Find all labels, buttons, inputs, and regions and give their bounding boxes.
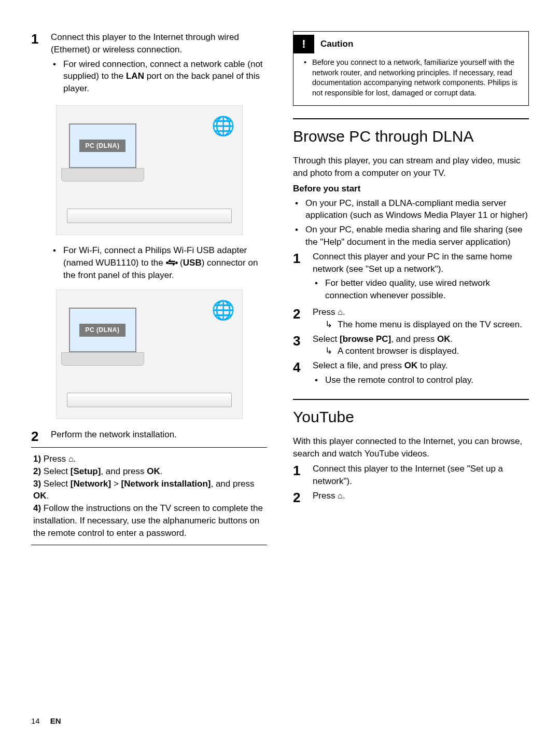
- caution-box: ! Caution Before you connect to a networ…: [293, 31, 529, 106]
- home-icon: ⌂: [338, 307, 343, 316]
- ok-label: OK: [437, 334, 451, 344]
- pc-dlna-label: PC (DLNA): [79, 140, 126, 153]
- caution-icon: !: [293, 35, 314, 53]
- wireless-connection-diagram: 🌐 PC (DLNA): [56, 289, 243, 419]
- substeps: 1) Press ⌂. 2) Select [Setup], and press…: [31, 453, 267, 540]
- menu-label: [Setup]: [71, 466, 101, 476]
- ok-label: OK: [147, 466, 160, 476]
- player-illustration: [67, 393, 232, 407]
- wifi-bullet-block: For Wi-Fi, connect a Philips Wi-Fi USB a…: [31, 244, 267, 281]
- before-you-start-list: On your PC, install a DLNA-compliant med…: [293, 197, 529, 248]
- substep-4: 4) Follow the instructions on the TV scr…: [33, 502, 267, 539]
- text: (: [177, 258, 183, 268]
- text: Press: [313, 307, 338, 317]
- text: >: [111, 479, 121, 489]
- step-number: 2: [293, 490, 313, 505]
- result-arrow-icon: ↳: [325, 319, 338, 331]
- ok-label: OK: [404, 361, 418, 370]
- divider: [31, 545, 267, 545]
- wired-connection-diagram: 🌐 PC (DLNA): [56, 105, 243, 235]
- dlna-step-2: 2 Press ⌂. ↳ The home menu is displayed …: [293, 306, 529, 331]
- youtube-intro: With this player connected to the Intern…: [293, 435, 529, 460]
- dlna-step-4: 4 Select a file, and press OK to play. U…: [293, 359, 529, 389]
- youtube-step-1: 1 Connect this player to the Internet (s…: [293, 463, 529, 488]
- caution-text: Before you connect to a network, familia…: [312, 58, 522, 98]
- usb-icon: •⇋•: [165, 258, 177, 268]
- youtube-step-2: 2 Press ⌂.: [293, 490, 529, 505]
- text: .: [160, 466, 163, 476]
- step-number: 1: [293, 463, 313, 488]
- left-step-1: 1 Connect this player to the Internet th…: [31, 31, 267, 97]
- step-text: Perform the network installation.: [51, 428, 267, 444]
- dlna-step-1: 1 Connect this player and your PC in the…: [293, 251, 529, 304]
- text: Press: [41, 454, 68, 464]
- ok-label: OK: [33, 491, 47, 501]
- language-label: EN: [50, 716, 61, 725]
- text: Select: [41, 479, 71, 489]
- result-arrow-icon: ↳: [325, 345, 338, 357]
- page-footer: 14 EN: [31, 715, 61, 726]
- laptop-illustration: PC (DLNA): [69, 308, 152, 370]
- page-number: 14: [31, 716, 40, 725]
- text: .: [74, 454, 76, 464]
- step-text: Connect this player to the Internet thro…: [51, 32, 239, 54]
- youtube-heading: YouTube: [293, 399, 529, 428]
- list-item: Use the remote control to control play.: [325, 374, 529, 386]
- wired-bullet: For wired connection, connect a network …: [63, 58, 267, 95]
- text: Select: [41, 466, 71, 476]
- step-number: 2: [293, 306, 313, 331]
- globe-icon: 🌐: [212, 113, 235, 139]
- wired-bullet-list: For wired connection, connect a network …: [51, 58, 267, 95]
- text: .: [47, 491, 49, 501]
- home-icon: ⌂: [338, 491, 343, 500]
- home-icon: ⌂: [68, 454, 74, 463]
- num: 3): [33, 479, 41, 489]
- text: .: [343, 307, 345, 317]
- menu-label: [browse PC]: [340, 334, 391, 344]
- usb-label: USB: [183, 258, 202, 268]
- substep-2: 2) Select [Setup], and press OK.: [33, 465, 267, 478]
- text: Select a file, and press: [313, 361, 404, 370]
- divider: [31, 447, 267, 448]
- wifi-bullet: For Wi-Fi, connect a Philips Wi-Fi USB a…: [63, 244, 267, 281]
- step-number: 4: [293, 359, 313, 389]
- text: to play.: [417, 361, 447, 370]
- step-number: 1: [293, 251, 313, 304]
- step-body: Connect this player to the Internet thro…: [51, 31, 267, 97]
- text: Select: [313, 334, 340, 344]
- player-illustration: [67, 209, 232, 223]
- substep-1: 1) Press ⌂.: [33, 453, 267, 465]
- text: .: [451, 334, 453, 344]
- pc-dlna-label: PC (DLNA): [79, 324, 126, 337]
- before-you-start-label: Before you start: [293, 183, 529, 195]
- step-number: 2: [31, 428, 51, 444]
- dlna-heading: Browse PC through DLNA: [293, 118, 529, 147]
- text: Follow the instructions on the TV screen…: [33, 503, 263, 538]
- dlna-step-3: 3 Select [browse PC], and press OK. ↳ A …: [293, 333, 529, 358]
- text: .: [343, 491, 345, 501]
- list-item: On your PC, install a DLNA-compliant med…: [305, 197, 529, 222]
- text: , and press: [391, 334, 437, 344]
- text: Press: [313, 491, 338, 501]
- num: 4): [33, 503, 41, 513]
- result-text: The home menu is displayed on the TV scr…: [338, 319, 522, 331]
- result-text: A content browser is displayed.: [338, 345, 459, 357]
- menu-label: [Network installation]: [121, 479, 211, 489]
- two-column-layout: 1 Connect this player to the Internet th…: [31, 31, 529, 550]
- left-column: 1 Connect this player to the Internet th…: [31, 31, 267, 550]
- step-text: Connect this player to the Internet (see…: [313, 463, 529, 488]
- dlna-intro: Through this player, you can stream and …: [293, 155, 529, 179]
- step-text: Connect this player and your PC in the s…: [313, 252, 512, 274]
- list-item: For better video quality, use wired netw…: [325, 277, 529, 302]
- substep-3: 3) Select [Network] > [Network installat…: [33, 478, 267, 503]
- num: 1): [33, 454, 41, 464]
- text: , and press: [211, 479, 254, 489]
- caution-title: Caution: [320, 38, 353, 50]
- step-number: 3: [293, 333, 313, 358]
- laptop-illustration: PC (DLNA): [69, 123, 152, 186]
- lan-label: LAN: [126, 71, 144, 81]
- left-step-2: 2 Perform the network installation.: [31, 428, 267, 444]
- globe-icon: 🌐: [212, 297, 235, 323]
- step-number: 1: [31, 31, 51, 97]
- num: 2): [33, 466, 41, 476]
